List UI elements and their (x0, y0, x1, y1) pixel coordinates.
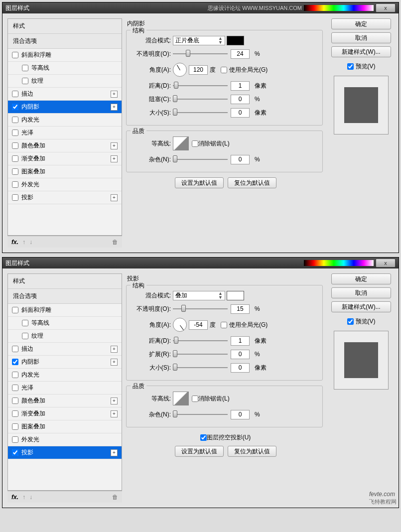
effect-checkbox[interactable] (12, 385, 18, 391)
preview-checkbox[interactable] (347, 63, 354, 70)
spread-slider[interactable] (173, 98, 228, 100)
effect-checkbox[interactable] (12, 346, 18, 352)
effect-checkbox[interactable] (12, 194, 18, 201)
color-swatch[interactable] (227, 291, 244, 300)
effect-item[interactable]: 外发光 (8, 178, 122, 191)
effect-checkbox[interactable] (12, 142, 18, 149)
move-up-icon[interactable]: ↑ (22, 239, 25, 246)
effect-checkbox[interactable] (12, 168, 18, 175)
reset-default-button[interactable]: 复位为默认值 (228, 446, 276, 457)
effect-item[interactable]: 外发光 (8, 433, 122, 446)
add-effect-icon[interactable]: + (111, 194, 118, 201)
add-effect-icon[interactable]: + (111, 142, 118, 149)
size-slider[interactable] (173, 367, 228, 369)
blend-options-header[interactable]: 混合选项 (8, 34, 122, 49)
noise-slider[interactable] (173, 413, 228, 415)
effect-item[interactable]: 光泽 (8, 127, 122, 139)
global-light-checkbox[interactable] (221, 67, 227, 73)
antialias-checkbox[interactable] (192, 140, 198, 147)
effect-checkbox[interactable] (12, 130, 18, 136)
effect-item[interactable]: 投影+ (8, 446, 122, 459)
noise-input[interactable]: 0 (231, 155, 250, 164)
ok-button[interactable]: 确定 (331, 273, 391, 284)
size-slider[interactable] (173, 112, 228, 114)
close-button[interactable]: x (376, 259, 396, 267)
contour-picker[interactable] (173, 136, 189, 150)
effect-item[interactable]: 渐变叠加+ (8, 152, 122, 165)
antialias-checkbox[interactable] (192, 396, 198, 402)
set-default-button[interactable]: 设置为默认值 (175, 177, 224, 188)
cancel-button[interactable]: 取消 (331, 287, 391, 298)
fx-icon[interactable]: fx. (11, 494, 18, 501)
styles-header[interactable]: 样式 (8, 274, 122, 289)
effect-checkbox[interactable] (12, 449, 18, 456)
effect-checkbox[interactable] (12, 359, 18, 365)
ok-button[interactable]: 确定 (331, 18, 391, 29)
opacity-slider[interactable] (173, 308, 228, 310)
fx-icon[interactable]: fx. (11, 239, 18, 246)
size-input[interactable]: 0 (231, 363, 250, 373)
effect-item[interactable]: 等高线 (8, 317, 122, 330)
spread-input[interactable]: 0 (231, 95, 250, 104)
close-button[interactable]: x (376, 3, 396, 12)
opacity-input[interactable]: 24 (231, 49, 250, 59)
effect-checkbox[interactable] (12, 117, 18, 123)
effect-item[interactable]: 图案叠加 (8, 420, 122, 433)
add-effect-icon[interactable]: + (111, 359, 118, 366)
trash-icon[interactable]: 🗑 (112, 239, 118, 246)
effect-checkbox[interactable] (12, 307, 18, 313)
knockout-checkbox[interactable] (200, 434, 207, 441)
effect-item[interactable]: 内阴影+ (8, 101, 122, 114)
preview-checkbox[interactable] (347, 318, 354, 325)
angle-input[interactable]: -54 (189, 320, 208, 330)
size-input[interactable]: 0 (231, 108, 250, 118)
effect-checkbox[interactable] (12, 91, 18, 97)
angle-input[interactable]: 120 (189, 65, 208, 75)
effect-checkbox[interactable] (12, 52, 18, 58)
trash-icon[interactable]: 🗑 (112, 494, 118, 501)
effect-item[interactable]: 颜色叠加+ (8, 139, 122, 152)
effect-item[interactable]: 纹理 (8, 75, 122, 88)
reset-default-button[interactable]: 复位为默认值 (228, 177, 276, 188)
effect-item[interactable]: 描边+ (8, 88, 122, 101)
add-effect-icon[interactable]: + (111, 346, 118, 353)
new-style-button[interactable]: 新建样式(W)... (331, 46, 391, 57)
effect-checkbox[interactable] (12, 410, 18, 417)
cancel-button[interactable]: 取消 (331, 32, 391, 43)
opacity-input[interactable]: 15 (231, 304, 250, 314)
color-swatch[interactable] (227, 36, 244, 45)
distance-slider[interactable] (173, 85, 228, 87)
distance-slider[interactable] (173, 340, 228, 342)
global-light-checkbox[interactable] (221, 322, 227, 328)
noise-input[interactable]: 0 (231, 410, 250, 419)
set-default-button[interactable]: 设置为默认值 (175, 446, 224, 457)
effect-item[interactable]: 内阴影+ (8, 356, 122, 369)
spread-input[interactable]: 0 (231, 350, 250, 359)
effect-item[interactable]: 纹理 (8, 330, 122, 343)
angle-dial[interactable] (173, 318, 187, 332)
add-effect-icon[interactable]: + (111, 449, 118, 456)
effect-checkbox[interactable] (12, 155, 18, 162)
effect-item[interactable]: 颜色叠加+ (8, 395, 122, 407)
effect-checkbox[interactable] (22, 78, 28, 84)
effect-checkbox[interactable] (12, 372, 18, 378)
blend-mode-select[interactable]: 正片叠底▲▼ (173, 36, 225, 45)
move-down-icon[interactable]: ↓ (29, 239, 32, 246)
effect-checkbox[interactable] (12, 423, 18, 430)
contour-picker[interactable] (173, 392, 189, 405)
add-effect-icon[interactable]: + (111, 398, 118, 404)
spread-slider[interactable] (173, 353, 228, 355)
effect-checkbox[interactable] (22, 320, 28, 326)
effect-item[interactable]: 图案叠加 (8, 165, 122, 178)
blend-mode-select[interactable]: 叠加▲▼ (173, 291, 225, 300)
blend-options-header[interactable]: 混合选项 (8, 289, 122, 304)
distance-input[interactable]: 1 (231, 81, 250, 91)
effect-checkbox[interactable] (22, 65, 28, 71)
new-style-button[interactable]: 新建样式(W)... (331, 301, 391, 312)
styles-header[interactable]: 样式 (8, 19, 122, 34)
add-effect-icon[interactable]: + (111, 155, 118, 162)
effect-checkbox[interactable] (22, 333, 28, 339)
noise-slider[interactable] (173, 158, 228, 160)
move-down-icon[interactable]: ↓ (29, 494, 32, 501)
effect-item[interactable]: 渐变叠加+ (8, 407, 122, 420)
